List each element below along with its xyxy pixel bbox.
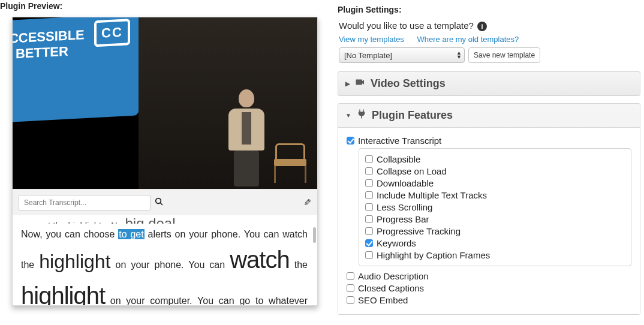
collapse-on-load-checkbox[interactable] <box>365 167 373 175</box>
view-templates-link[interactable]: View my templates <box>339 35 404 44</box>
template-select[interactable]: [No Template] ▲▼ <box>339 47 465 63</box>
collapsible-checkbox[interactable] <box>365 155 373 163</box>
transcript-toolbar: ✎ <box>13 189 317 215</box>
plugin-features-header[interactable]: ▼ Plugin Features <box>338 104 640 127</box>
keyword-highlight: highlight <box>39 251 110 272</box>
select-arrows-icon: ▲▼ <box>456 51 459 59</box>
current-word-highlight: to get <box>118 229 144 239</box>
less-scrolling-checkbox[interactable] <box>365 203 373 211</box>
keywords-checkbox[interactable] <box>365 239 373 247</box>
collapsed-caret-icon: ▶ <box>345 80 350 87</box>
highlight-caption-checkbox[interactable] <box>365 251 373 259</box>
plugin-features-body: Interactive Transcript Collapsible Colla… <box>338 127 640 314</box>
closed-captions-checkbox[interactable] <box>347 284 354 292</box>
presentation-slide: ACCESSIBLE IS BETTER CC <box>13 17 139 124</box>
save-template-button[interactable]: Save new template <box>468 47 540 63</box>
video-player[interactable]: ACCESSIBLE IS BETTER CC <box>13 17 317 189</box>
collapsible-label: Collapsible <box>377 154 420 164</box>
keyword-watch: watch <box>230 246 290 273</box>
where-templates-link[interactable]: Where are my old templates? <box>417 35 519 44</box>
multi-tracks-label: Include Multiple Text Tracks <box>377 190 487 200</box>
preview-title: Plugin Preview: <box>0 1 332 11</box>
progress-bar-label: Progress Bar <box>377 214 429 224</box>
scrollbar-thumb[interactable] <box>313 227 316 243</box>
progressive-tracking-label: Progressive Tracking <box>377 226 461 236</box>
keyword-highlight-2: highlight <box>21 282 105 305</box>
chair-prop <box>274 147 309 183</box>
highlight-caption-label: Highlight by Caption Frames <box>377 250 490 260</box>
video-camera-icon <box>355 77 366 91</box>
search-icon <box>154 197 164 209</box>
keywords-label: Keywords <box>377 238 416 248</box>
video-settings-header[interactable]: ▶ Video Settings <box>338 72 640 95</box>
speaker-figure <box>222 89 270 189</box>
edit-icon[interactable]: ✎ <box>303 197 311 208</box>
progress-bar-checkbox[interactable] <box>365 215 373 223</box>
transcript-paragraph: Now, you can choose to get alerts on you… <box>21 227 308 305</box>
expanded-caret-icon: ▼ <box>345 112 351 119</box>
video-settings-panel: ▶ Video Settings <box>338 71 640 96</box>
progressive-tracking-checkbox[interactable] <box>365 227 373 235</box>
svg-point-0 <box>156 198 161 203</box>
plugin-features-panel: ▼ Plugin Features Interactive Transcript… <box>338 103 640 315</box>
search-button[interactable] <box>151 195 167 210</box>
interactive-transcript-suboptions: Collapsible Collapse on Load Downloadabl… <box>359 148 631 266</box>
audio-description-label: Audio Description <box>358 271 429 281</box>
svg-line-1 <box>160 203 162 205</box>
multi-tracks-checkbox[interactable] <box>365 191 373 199</box>
seo-embed-checkbox[interactable] <box>347 296 354 304</box>
plugin-features-label: Plugin Features <box>372 109 453 122</box>
transcript-body[interactable]: you get the highlights. No big deal. Now… <box>13 215 317 305</box>
downloadable-checkbox[interactable] <box>365 179 373 187</box>
video-settings-label: Video Settings <box>371 77 446 90</box>
transcript-prev-line: you get the highlights. No big deal. <box>21 215 308 224</box>
downloadable-label: Downloadable <box>377 178 434 188</box>
closed-captions-label: Closed Captions <box>358 283 424 293</box>
audio-description-checkbox[interactable] <box>347 272 354 280</box>
search-transcript-input[interactable] <box>19 195 151 210</box>
template-select-value: [No Template] <box>344 51 392 60</box>
cc-icon: CC <box>94 19 130 47</box>
collapse-on-load-label: Collapse on Load <box>377 166 447 176</box>
settings-title: Plugin Settings: <box>338 5 640 14</box>
seo-embed-label: SEO Embed <box>358 295 408 305</box>
less-scrolling-label: Less Scrolling <box>377 202 432 212</box>
preview-container: ACCESSIBLE IS BETTER CC ✎ <box>12 17 318 306</box>
plug-icon <box>356 109 367 122</box>
interactive-transcript-checkbox[interactable] <box>347 137 354 145</box>
interactive-transcript-label: Interactive Transcript <box>358 136 441 146</box>
info-icon[interactable]: i <box>477 22 487 31</box>
template-question: Would you like to use a template? i <box>339 20 640 31</box>
